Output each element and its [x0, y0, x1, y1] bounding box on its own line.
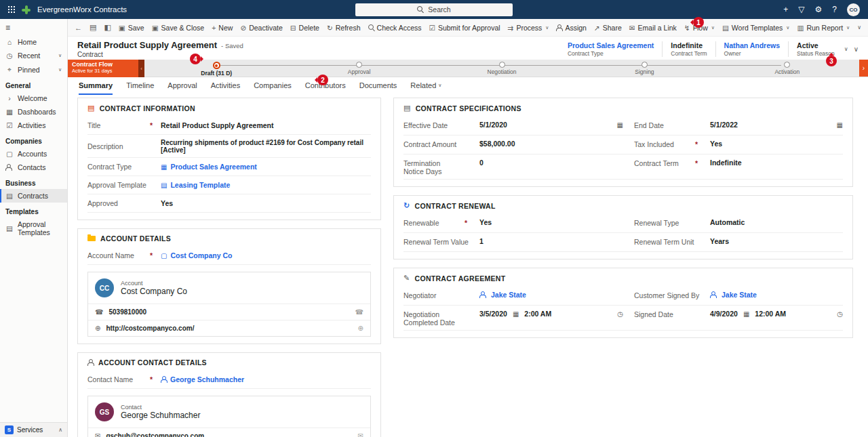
help-icon[interactable]: ?: [832, 5, 837, 14]
field-contract-term[interactable]: Contract Term* Indefinite: [623, 154, 843, 180]
field-renewable[interactable]: Renewable* Yes: [403, 214, 623, 233]
new-button[interactable]: +New: [212, 24, 233, 32]
process-flow-collapse-icon[interactable]: ‹: [138, 60, 144, 77]
app-launcher-icon[interactable]: [8, 6, 9, 7]
field-contract-type[interactable]: Contract Type ▦Product Sales Agreement: [87, 158, 371, 176]
popout-icon[interactable]: ◧: [104, 23, 111, 32]
collapse-header-icon[interactable]: ∨: [854, 45, 859, 53]
account-website-row[interactable]: ⊕ http://costcompanyco.com/ ⊕: [88, 320, 370, 336]
sidebar-item-welcome[interactable]: ›Welcome: [0, 91, 67, 105]
run-report-button[interactable]: ▥Run Report∨: [797, 24, 850, 32]
field-account-name[interactable]: Account Name* ▢Cost Company Co: [87, 247, 371, 265]
stage-activation[interactable]: Activation: [716, 60, 859, 77]
sidebar-item-home[interactable]: ⌂Home: [0, 35, 67, 49]
next-stage-icon[interactable]: ›: [859, 60, 868, 77]
tab-summary[interactable]: Summary: [79, 77, 113, 95]
deactivate-button[interactable]: ⊘Deactivate: [240, 24, 282, 32]
chevron-up-icon: ∧: [58, 427, 62, 433]
email-a-link-button[interactable]: ✉Email a Link: [629, 24, 677, 32]
sidebar-group-templates: Templates: [0, 203, 67, 217]
calendar-icon[interactable]: ▦: [837, 121, 843, 129]
field-negotiator[interactable]: Negotiator Jake State: [403, 287, 623, 306]
status-chevron-icon[interactable]: ∨: [844, 46, 848, 52]
tab-approval[interactable]: Approval: [167, 77, 197, 95]
contact-email-row[interactable]: ✉ gschuh@costcompanyco.com ✉: [88, 428, 370, 437]
account-phone-row[interactable]: ☎ 5039810000 ☎: [88, 304, 370, 320]
quick-create-icon[interactable]: +: [783, 5, 788, 14]
owner-value[interactable]: Nathan Andrews: [724, 41, 780, 49]
field-renewal-term-unit[interactable]: Renewal Term Unit Years: [623, 233, 843, 252]
field-tax-included[interactable]: Tax Included* Yes: [623, 136, 843, 154]
plus-icon: +: [212, 24, 216, 32]
filter-icon[interactable]: ▽: [798, 5, 804, 14]
field-contact-name[interactable]: Contact Name* George Schuhmacher: [87, 371, 371, 389]
stage-approval[interactable]: Approval: [288, 60, 430, 77]
contact-name[interactable]: George Schuhmacher: [121, 411, 200, 420]
process-flow-chip[interactable]: Contract Flow Active for 31 days: [68, 60, 138, 77]
field-approval-template[interactable]: Approval Template ▤Leasing Template: [87, 176, 371, 194]
contract-type-value[interactable]: Product Sales Agreement: [568, 41, 654, 49]
sidebar-collapse-icon[interactable]: ≡: [0, 19, 67, 35]
sidebar-item-pinned[interactable]: ⌖Pinned∨: [0, 62, 67, 77]
sidebar-item-contracts[interactable]: ▤Contracts: [0, 189, 67, 203]
field-effective-date[interactable]: Effective Date 5/1/2020▦: [403, 117, 623, 136]
submit-for-approval-button[interactable]: ☑Submit for Approval: [429, 24, 500, 32]
account-name[interactable]: Cost Company Co: [121, 287, 187, 296]
save-and-close-button[interactable]: ▣Save & Close: [152, 24, 205, 32]
user-avatar[interactable]: CO: [847, 3, 860, 16]
field-approved[interactable]: Approved Yes: [87, 194, 371, 213]
check-access-button[interactable]: Check Access: [368, 24, 422, 32]
save-button[interactable]: ▣Save: [119, 24, 144, 32]
back-icon[interactable]: ←: [75, 24, 82, 32]
calendar-icon[interactable]: ▦: [743, 310, 749, 318]
stage-draft[interactable]: Draft (31 D): [145, 60, 288, 77]
share-button[interactable]: ↗Share: [594, 24, 622, 32]
tab-related[interactable]: Related∨: [410, 77, 441, 95]
stage-negotiation[interactable]: Negotiation: [431, 60, 573, 77]
field-title[interactable]: Title* Retail Product Supply Agreement: [87, 117, 371, 135]
stage-circle[interactable]: [784, 62, 790, 68]
stage-signing[interactable]: Signing: [573, 60, 715, 77]
sidebar-item-recent[interactable]: ◷Recent∨: [0, 49, 67, 62]
field-negotiation-completed-date[interactable]: Negotiation Completed Date 3/5/2020 ▦ 2:…: [403, 306, 623, 331]
clock-icon[interactable]: ◷: [617, 310, 623, 318]
calendar-icon[interactable]: ▦: [513, 310, 519, 318]
clock-icon[interactable]: ◷: [837, 310, 843, 318]
stage-circle-active[interactable]: [213, 62, 220, 69]
field-description[interactable]: Description Recurring shipments of produ…: [87, 135, 371, 158]
sidebar-item-approval-templates[interactable]: ▤Approval Templates: [0, 217, 67, 239]
refresh-button[interactable]: ↻Refresh: [327, 24, 361, 32]
field-signed-date[interactable]: Signed Date 4/9/2020 ▦ 12:00 AM ◷: [623, 306, 843, 331]
phone-icon[interactable]: ☎: [355, 308, 363, 316]
calendar-icon[interactable]: ▦: [617, 121, 623, 129]
more-commands-icon[interactable]: ∨: [857, 24, 861, 30]
stage-circle[interactable]: [356, 62, 362, 68]
settings-gear-icon[interactable]: ⚙: [815, 5, 823, 14]
field-customer-signed-by[interactable]: Customer Signed By Jake State: [623, 287, 843, 306]
sidebar-item-dashboards[interactable]: ▦Dashboards: [0, 105, 67, 119]
field-contract-amount[interactable]: Contract Amount $58,000.00: [403, 136, 623, 154]
assign-button[interactable]: Assign: [556, 24, 587, 32]
sidebar-item-activities[interactable]: ☑Activities: [0, 119, 67, 132]
field-renewal-type[interactable]: Renewal Type Automatic: [623, 214, 843, 233]
tab-documents[interactable]: Documents: [359, 77, 397, 95]
tab-companies[interactable]: Companies: [254, 77, 292, 95]
sidebar-item-accounts[interactable]: ▢Accounts: [0, 147, 67, 161]
delete-button[interactable]: ⊟Delete: [290, 24, 319, 32]
field-termination-notice-days[interactable]: Termination Notice Days 0: [403, 154, 623, 180]
tab-timeline[interactable]: Timeline: [126, 77, 154, 95]
global-search-box[interactable]: Search: [355, 3, 513, 16]
stage-circle[interactable]: [499, 62, 505, 68]
field-renewal-term-value[interactable]: Renewal Term Value 1: [403, 233, 623, 252]
header-field-status-reason[interactable]: Active Status Reason: [789, 41, 843, 57]
tab-activities[interactable]: Activities: [211, 77, 240, 95]
process-button[interactable]: ⇉Process∨: [508, 24, 549, 32]
globe-icon[interactable]: ⊕: [358, 325, 363, 332]
word-templates-button[interactable]: ▤Word Templates∨: [722, 24, 790, 32]
send-email-icon[interactable]: ✉: [358, 432, 363, 437]
sidebar-item-contacts[interactable]: Contacts: [0, 161, 67, 174]
preview-pane-icon[interactable]: ▤: [90, 23, 96, 32]
field-end-date[interactable]: End Date 5/1/2022▦: [623, 117, 843, 136]
stage-circle[interactable]: [642, 62, 648, 68]
area-switcher-services[interactable]: S Services ∧: [0, 422, 67, 437]
